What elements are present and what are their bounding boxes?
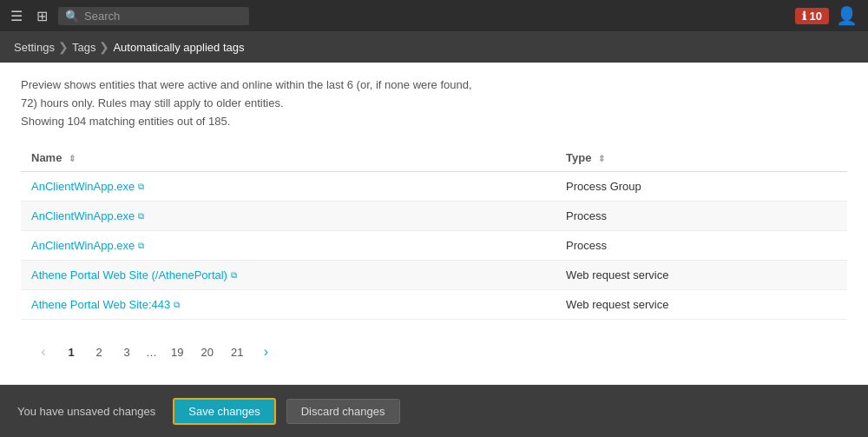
table-row: AnClientWinApp.exe ⧉ Process Group bbox=[21, 172, 847, 202]
entity-type-cell: Process Group bbox=[556, 172, 847, 202]
entity-name-cell: AnClientWinApp.exe ⧉ bbox=[21, 202, 556, 231]
page-19-button[interactable]: 19 bbox=[164, 342, 190, 362]
bottom-bar: You have unsaved changes Save changes Di… bbox=[0, 385, 868, 436]
search-input[interactable] bbox=[84, 10, 242, 23]
content-wrapper: Preview shows entities that were active … bbox=[0, 63, 868, 384]
search-bar[interactable]: 🔍 bbox=[58, 7, 249, 25]
external-link-icon: ⧉ bbox=[138, 241, 144, 251]
table-body: AnClientWinApp.exe ⧉ Process Group AnCli… bbox=[21, 172, 847, 320]
entity-name-cell: Athene Portal Web Site:443 ⧉ bbox=[21, 290, 556, 320]
col-name-header: Name ⇕ bbox=[21, 144, 556, 172]
breadcrumb-sep-2: ❯ bbox=[99, 40, 109, 54]
save-changes-button[interactable]: Save changes bbox=[173, 398, 275, 425]
table-row: Athene Portal Web Site (/AthenePortal) ⧉… bbox=[21, 261, 847, 290]
page-20-button[interactable]: 20 bbox=[194, 342, 220, 362]
alert-badge[interactable]: ℹ 10 bbox=[795, 8, 829, 24]
col-type-header: Type ⇕ bbox=[556, 144, 847, 172]
alert-count: 10 bbox=[810, 10, 822, 23]
external-link-icon: ⧉ bbox=[138, 211, 144, 222]
table-header: Name ⇕ Type ⇕ bbox=[21, 144, 847, 172]
main-content: Preview shows entities that were active … bbox=[0, 63, 868, 384]
user-icon[interactable]: 👤 bbox=[832, 2, 861, 30]
preview-description: Preview shows entities that were active … bbox=[21, 76, 847, 130]
pagination: ‹ 1 2 3 … 19 20 21 › bbox=[21, 334, 847, 370]
preview-line1: Preview shows entities that were active … bbox=[21, 76, 847, 95]
unsaved-text: You have unsaved changes bbox=[17, 405, 155, 418]
external-link-icon: ⧉ bbox=[231, 270, 237, 281]
breadcrumb-auto-tags: Automatically applied tags bbox=[113, 41, 244, 54]
breadcrumb-settings[interactable]: Settings bbox=[14, 41, 55, 54]
hamburger-icon[interactable]: ☰ bbox=[7, 4, 26, 28]
top-nav: ☰ ⊞ 🔍 ℹ 10 👤 bbox=[0, 0, 868, 31]
external-link-icon: ⧉ bbox=[138, 182, 144, 192]
page-prev-button[interactable]: ‹ bbox=[31, 341, 56, 363]
entity-type-cell: Web request service bbox=[556, 290, 847, 320]
entity-table: Name ⇕ Type ⇕ AnClientWinApp.exe ⧉ Proce… bbox=[21, 144, 847, 320]
page-21-button[interactable]: 21 bbox=[224, 342, 250, 362]
sort-name-icon[interactable]: ⇕ bbox=[69, 154, 76, 163]
entity-name-link[interactable]: Athene Portal Web Site:443 ⧉ bbox=[31, 298, 545, 311]
entity-type-cell: Process bbox=[556, 231, 847, 261]
entity-name-cell: AnClientWinApp.exe ⧉ bbox=[21, 172, 556, 202]
page-3-button[interactable]: 3 bbox=[115, 342, 139, 362]
external-link-icon: ⧉ bbox=[174, 300, 180, 310]
table-row: AnClientWinApp.exe ⧉ Process bbox=[21, 231, 847, 261]
search-icon: 🔍 bbox=[65, 10, 79, 23]
breadcrumb: Settings ❯ Tags ❯ Automatically applied … bbox=[0, 31, 868, 63]
entity-name-cell: Athene Portal Web Site (/AthenePortal) ⧉ bbox=[21, 261, 556, 290]
alert-icon: ℹ bbox=[802, 10, 806, 23]
entity-name-link[interactable]: Athene Portal Web Site (/AthenePortal) ⧉ bbox=[31, 268, 545, 281]
page-next-button[interactable]: › bbox=[253, 341, 278, 363]
entity-name-link[interactable]: AnClientWinApp.exe ⧉ bbox=[31, 180, 545, 193]
breadcrumb-tags[interactable]: Tags bbox=[72, 41, 95, 54]
entity-type-cell: Process bbox=[556, 202, 847, 231]
preview-line2: 72) hours only. Rules may still apply to… bbox=[21, 95, 847, 113]
entity-name-link[interactable]: AnClientWinApp.exe ⧉ bbox=[31, 209, 545, 222]
sort-type-icon[interactable]: ⇕ bbox=[598, 154, 605, 163]
page-ellipsis: … bbox=[142, 342, 161, 362]
preview-line3: Showing 104 matching entities out of 185… bbox=[21, 113, 847, 131]
entity-name-link[interactable]: AnClientWinApp.exe ⧉ bbox=[31, 239, 545, 252]
breadcrumb-sep-1: ❯ bbox=[58, 40, 69, 54]
discard-changes-button[interactable]: Discard changes bbox=[286, 399, 400, 424]
nav-right: ℹ 10 👤 bbox=[795, 2, 861, 30]
table-row: Athene Portal Web Site:443 ⧉ Web request… bbox=[21, 290, 847, 320]
grid-icon[interactable]: ⊞ bbox=[33, 4, 51, 28]
entity-name-cell: AnClientWinApp.exe ⧉ bbox=[21, 231, 556, 261]
page-1-button[interactable]: 1 bbox=[59, 342, 83, 362]
table-row: AnClientWinApp.exe ⧉ Process bbox=[21, 202, 847, 231]
page-2-button[interactable]: 2 bbox=[87, 342, 111, 362]
entity-type-cell: Web request service bbox=[556, 261, 847, 290]
